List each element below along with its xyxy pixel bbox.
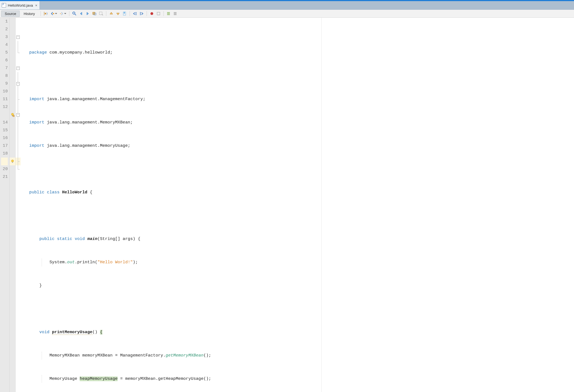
line-number: 16 [1, 134, 8, 142]
line-number: 4 [1, 41, 8, 49]
toggle-bookmark-button[interactable] [122, 11, 128, 17]
uncomment-button[interactable] [172, 11, 178, 17]
last-edit-button[interactable] [43, 11, 49, 17]
separator [130, 11, 130, 16]
mode-history[interactable]: History [20, 11, 38, 17]
svg-rect-1 [60, 13, 61, 14]
line-number: 11 [1, 95, 8, 103]
line-number: 21 [1, 173, 8, 181]
tab-bar: HelloWorld.java × [0, 0, 574, 10]
line-number-gutter: 1 2 3 4 5 6 7 8 9 10 11 12 14 15 16 17 1… [0, 18, 10, 392]
line-number: 14 [1, 119, 8, 127]
line-number: 9 [1, 80, 8, 88]
hint-bulb-icon[interactable] [11, 113, 14, 117]
line-number: 10 [1, 88, 8, 95]
fold-toggle[interactable]: − [16, 67, 20, 70]
find-previous-button[interactable] [78, 11, 84, 17]
file-tab[interactable]: HelloWorld.java × [0, 1, 40, 9]
line-number: 20 [1, 165, 8, 173]
java-file-icon [2, 3, 6, 7]
line-number: 7 [1, 64, 8, 72]
line-number: 3 [1, 33, 8, 41]
svg-point-12 [11, 160, 14, 162]
shift-left-button[interactable] [132, 11, 138, 17]
find-next-button[interactable] [85, 11, 91, 17]
tab-filename: HelloWorld.java [8, 3, 33, 7]
separator [147, 11, 147, 16]
svg-rect-0 [53, 13, 54, 14]
toggle-rectangular-selection-button[interactable] [98, 11, 104, 17]
line-number: 15 [1, 127, 8, 134]
next-bookmark-button[interactable] [115, 11, 121, 17]
find-selection-button[interactable] [71, 11, 77, 17]
svg-rect-8 [157, 12, 160, 15]
fold-toggle[interactable]: − [16, 82, 20, 85]
forward-button[interactable] [59, 11, 65, 17]
close-icon[interactable]: × [35, 3, 37, 7]
toggle-highlight-button[interactable] [91, 11, 97, 17]
separator [163, 11, 164, 16]
line-number: 8 [1, 72, 8, 80]
shift-right-button[interactable] [139, 11, 145, 17]
mode-source[interactable]: Source [1, 11, 20, 17]
fold-toggle[interactable]: − [16, 36, 20, 39]
line-number [1, 158, 8, 165]
back-button[interactable] [49, 11, 56, 17]
separator [106, 11, 106, 16]
line-number: 6 [1, 57, 8, 64]
stop-macro-recording-button[interactable] [155, 11, 162, 17]
previous-bookmark-button[interactable] [108, 11, 114, 17]
line-number: 12 [1, 103, 8, 111]
fold-toggle[interactable]: − [16, 113, 20, 117]
hint-bulb-icon[interactable] [11, 160, 14, 163]
editor-toolbar: Source History [0, 10, 574, 18]
fold-gutter: − − − − [16, 18, 21, 392]
svg-rect-13 [12, 162, 13, 163]
line-number [1, 111, 8, 119]
svg-point-2 [73, 12, 75, 14]
svg-rect-5 [99, 12, 102, 15]
code-area[interactable]: package com.mycompany.helloworld; import… [21, 18, 574, 392]
code-editor[interactable]: 1 2 3 4 5 6 7 8 9 10 11 12 14 15 16 17 1… [0, 18, 574, 392]
start-macro-recording-button[interactable] [149, 11, 155, 17]
line-number: 2 [1, 26, 8, 33]
line-number: 17 [1, 142, 8, 150]
separator [69, 11, 69, 16]
line-number: 18 [1, 150, 8, 158]
marker-gutter [10, 18, 16, 392]
svg-point-7 [150, 12, 153, 15]
comment-button[interactable] [166, 11, 172, 17]
line-number: 1 [1, 18, 8, 26]
separator [41, 11, 41, 16]
line-number: 5 [1, 49, 8, 57]
